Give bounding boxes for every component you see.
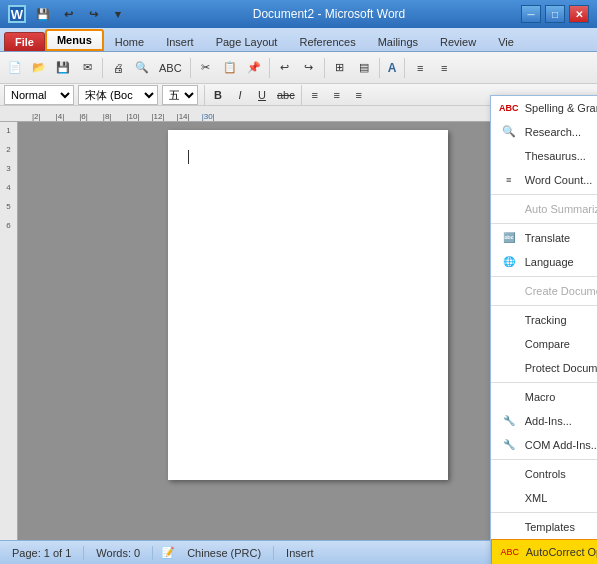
tab-view[interactable]: Vie [487, 32, 525, 51]
menu-icon-research: 🔍 [499, 124, 519, 140]
menu-label-createdocworkspace: Create Document Workspace [525, 285, 597, 297]
menu-item-controls[interactable]: Controls [491, 462, 597, 486]
menu-icon-translate: 🔤 [499, 230, 519, 246]
maximize-button[interactable]: □ [545, 5, 565, 23]
copy-btn[interactable]: 📋 [219, 56, 241, 80]
menu-label-xml: XML [525, 492, 597, 504]
menu-item-compare[interactable]: Compare [491, 332, 597, 356]
menu-item-thesaurus[interactable]: Thesaurus... [491, 144, 597, 168]
proofread-icon: 📝 [161, 546, 175, 559]
menu-icon-spelling: ABC [499, 100, 519, 116]
menu-icon-compare [499, 336, 519, 352]
menu-label-autosummarize: Auto Summarize [525, 203, 597, 215]
menu-item-templates[interactable]: Templates [491, 515, 597, 539]
undo-btn[interactable]: ↩ [274, 56, 296, 80]
window-title: Document2 - Microsoft Word [137, 7, 521, 21]
underline-btn[interactable]: U [251, 83, 273, 107]
paste-btn[interactable]: 📌 [243, 56, 265, 80]
ribbon-tabs-bar: File Menus Home Insert Page Layout Refer… [0, 28, 597, 52]
close-button[interactable]: ✕ [569, 5, 589, 23]
email-btn[interactable]: ✉ [76, 56, 98, 80]
sep-after-language [491, 276, 597, 277]
undo-quick-btn[interactable]: ↩ [57, 4, 79, 24]
tools-dropdown: ABCSpelling & Grammar🔍Research...Thesaur… [490, 95, 597, 565]
more-quick-btn[interactable]: ▾ [107, 4, 129, 24]
font-size-indicator: A [384, 61, 401, 75]
menu-label-controls: Controls [525, 468, 597, 480]
menu-item-addins[interactable]: 🔧Add-Ins... [491, 409, 597, 433]
menu-icon-thesaurus [499, 148, 519, 164]
tab-references[interactable]: References [288, 32, 366, 51]
menu-item-autosummarize: Auto Summarize [491, 197, 597, 221]
menu-item-research[interactable]: 🔍Research... [491, 120, 597, 144]
menu-label-templates: Templates [525, 521, 597, 533]
sep2 [190, 58, 191, 78]
alignleft-btn[interactable]: ≡ [304, 83, 326, 107]
language-status: Chinese (PRC) [183, 547, 265, 559]
aligncenter-btn[interactable]: ≡ [326, 83, 348, 107]
menu-item-protectdocument[interactable]: Protect Document... [491, 356, 597, 380]
font-select[interactable]: 宋体 (Boc [78, 85, 158, 105]
menu-icon-autocorrect: ABC [500, 544, 520, 560]
print-btn[interactable]: 🖨 [107, 56, 129, 80]
status-sep3 [273, 546, 274, 560]
save-quick-btn[interactable]: 💾 [32, 4, 54, 24]
menu-item-tracking[interactable]: Tracking [491, 308, 597, 332]
menu-icon-controls [499, 466, 519, 482]
columns-btn[interactable]: ▤ [353, 56, 375, 80]
title-bar: W 💾 ↩ ↪ ▾ Document2 - Microsoft Word ─ □… [0, 0, 597, 28]
printpreview-btn[interactable]: 🔍 [131, 56, 153, 80]
strikethrough-btn[interactable]: abc [273, 83, 299, 107]
menu-item-wordcount[interactable]: ≡Word Count... [491, 168, 597, 192]
tab-review[interactable]: Review [429, 32, 487, 51]
menu-icon-wordcount: ≡ [499, 172, 519, 188]
redo-quick-btn[interactable]: ↪ [82, 4, 104, 24]
sep3 [269, 58, 270, 78]
page-status: Page: 1 of 1 [8, 547, 75, 559]
tab-insert[interactable]: Insert [155, 32, 205, 51]
new-btn[interactable]: 📄 [4, 56, 26, 80]
style-select[interactable]: Normal [4, 85, 74, 105]
sep-after-comaddins [491, 459, 597, 460]
insert-status: Insert [282, 547, 318, 559]
menu-label-spelling: Spelling & Grammar [525, 102, 597, 114]
sep4 [324, 58, 325, 78]
sep-after-createdocworkspace [491, 305, 597, 306]
menu-item-autocorrect[interactable]: ABCAutoCorrect Options... [491, 539, 597, 565]
menu-icon-protectdocument [499, 360, 519, 376]
menu-icon-language: 🌐 [499, 254, 519, 270]
align-left-btn[interactable]: ≡ [433, 56, 455, 80]
cut-btn[interactable]: ✂ [195, 56, 217, 80]
minimize-button[interactable]: ─ [521, 5, 541, 23]
tab-pagelayout[interactable]: Page Layout [205, 32, 289, 51]
sep-after-xml [491, 512, 597, 513]
menu-item-language[interactable]: 🌐Language [491, 250, 597, 274]
redo-btn[interactable]: ↪ [298, 56, 320, 80]
table-btn[interactable]: ⊞ [329, 56, 351, 80]
italic-btn[interactable]: I [229, 83, 251, 107]
menu-label-language: Language [525, 256, 597, 268]
document-page [168, 130, 448, 480]
alignright-btn[interactable]: ≡ [348, 83, 370, 107]
sep8 [301, 85, 302, 105]
tab-menus[interactable]: Menus [45, 29, 104, 51]
fontsize-select[interactable]: 五号 [162, 85, 198, 105]
menu-item-spelling[interactable]: ABCSpelling & Grammar [491, 96, 597, 120]
save-btn[interactable]: 💾 [52, 56, 74, 80]
words-status: Words: 0 [92, 547, 144, 559]
menu-icon-xml [499, 490, 519, 506]
tab-file[interactable]: File [4, 32, 45, 51]
sep5 [379, 58, 380, 78]
bold-btn[interactable]: B [207, 83, 229, 107]
menu-item-translate[interactable]: 🔤Translate [491, 226, 597, 250]
align-right-btn[interactable]: ≡ [409, 56, 431, 80]
menu-label-autocorrect: AutoCorrect Options... [526, 546, 597, 558]
menu-item-xml[interactable]: XML [491, 486, 597, 510]
tab-home[interactable]: Home [104, 32, 155, 51]
menu-item-macro[interactable]: Macro [491, 385, 597, 409]
spellcheck-btn[interactable]: ABC [155, 56, 186, 80]
open-btn[interactable]: 📂 [28, 56, 50, 80]
tab-mailings[interactable]: Mailings [367, 32, 429, 51]
menu-item-comaddins[interactable]: 🔧COM Add-Ins... [491, 433, 597, 457]
menu-label-wordcount: Word Count... [525, 174, 597, 186]
